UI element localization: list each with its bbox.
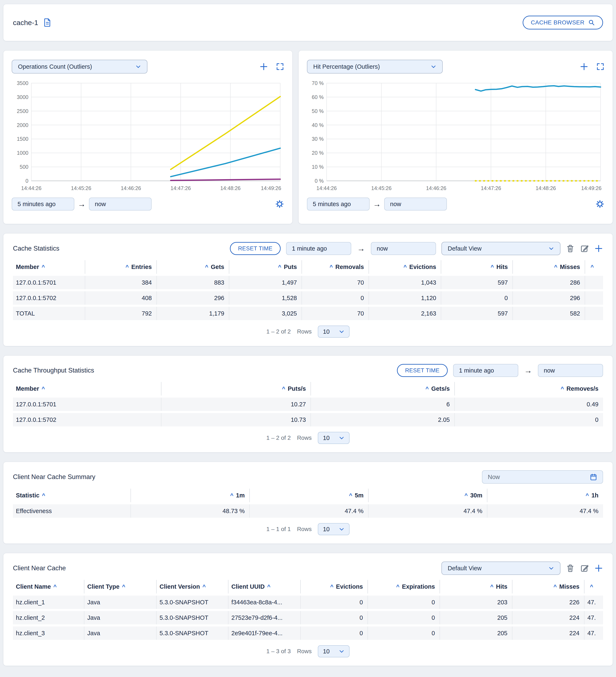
time-from-input[interactable]: 5 minutes ago <box>12 197 74 211</box>
sort-caret-icon: ^ <box>426 386 429 392</box>
column-header-evictions[interactable]: ^Evictions <box>301 580 368 593</box>
add-view-icon[interactable] <box>594 244 603 253</box>
cell: Effectiveness <box>13 504 131 518</box>
time-from-value: 5 minutes ago <box>313 201 351 208</box>
cell: 224 <box>513 627 584 640</box>
column-header-client-name[interactable]: Client Name^ <box>13 580 84 593</box>
column-header-removes-s[interactable]: ^Removes/s <box>455 382 603 396</box>
column-header-statistic[interactable]: Statistic^ <box>13 489 131 502</box>
cache-browser-button[interactable]: CACHE BROWSER <box>523 16 603 30</box>
time-from-input[interactable]: 1 minute ago <box>286 242 351 255</box>
column-header-puts-s[interactable]: ^Puts/s <box>162 382 311 396</box>
section-title: Client Near Cache Summary <box>13 473 95 481</box>
time-to-input[interactable]: now <box>384 197 447 211</box>
rows-per-page-select[interactable]: 10 <box>318 523 350 535</box>
rows-per-page-value: 10 <box>323 435 329 442</box>
delete-view-icon[interactable] <box>566 244 575 253</box>
fullscreen-icon[interactable] <box>276 63 284 71</box>
column-header-member[interactable]: Member^ <box>13 382 162 396</box>
sort-caret-icon: ^ <box>490 264 494 270</box>
cache-statistics-card: Cache Statistics RESET TIME 1 minute ago… <box>3 233 613 346</box>
view-selector-value: Default View <box>448 565 482 572</box>
column-header-truncated[interactable]: ^ <box>584 580 603 593</box>
arrow-right-icon: → <box>357 244 365 253</box>
column-header-evictions[interactable]: ^Evictions <box>369 260 441 274</box>
time-to-input[interactable]: now <box>538 364 603 377</box>
rows-per-page-select[interactable]: 10 <box>318 645 350 658</box>
view-selector-value: Default View <box>448 245 482 252</box>
gear-icon[interactable] <box>275 199 284 209</box>
reset-time-button[interactable]: RESET TIME <box>397 364 448 377</box>
column-header-puts[interactable]: ^Puts <box>229 260 302 274</box>
column-header-5m[interactable]: ^5m <box>250 489 368 502</box>
section-title: Cache Throughput Statistics <box>13 367 94 374</box>
metric-selector[interactable]: Hit Percentage (Outliers) <box>307 60 443 74</box>
metric-selector[interactable]: Operations Count (Outliers) <box>12 60 147 74</box>
column-header-gets[interactable]: ^Gets <box>157 260 229 274</box>
cell: 127.0.0.1:5701 <box>13 276 85 289</box>
cell: 0 <box>301 627 368 640</box>
column-header-truncated[interactable]: ^ <box>585 260 603 274</box>
delete-view-icon[interactable] <box>566 564 575 573</box>
column-header-1m[interactable]: ^1m <box>131 489 250 502</box>
gear-icon[interactable] <box>596 199 604 209</box>
cell: 0.49 <box>455 398 603 411</box>
cell: 127.0.0.1:5702 <box>13 413 162 426</box>
column-header-misses[interactable]: ^Misses <box>513 580 584 593</box>
column-header-30m[interactable]: ^30m <box>368 489 487 502</box>
table-row: 127.0.0.1:570110.2760.49 <box>13 398 603 411</box>
fullscreen-icon[interactable] <box>597 63 604 71</box>
chevron-down-icon <box>339 329 345 334</box>
sort-caret-icon: ^ <box>590 264 594 270</box>
add-chart-icon[interactable] <box>259 62 268 71</box>
svg-text:14:48:26: 14:48:26 <box>220 185 240 191</box>
svg-text:0: 0 <box>26 178 29 184</box>
cell: 226 <box>513 595 584 609</box>
view-selector[interactable]: Default View <box>441 242 561 255</box>
sort-caret-icon: ^ <box>278 264 281 270</box>
add-chart-icon[interactable] <box>580 62 588 71</box>
column-header-entries[interactable]: ^Entries <box>85 260 157 274</box>
time-to-input[interactable]: now <box>89 197 151 211</box>
time-from-input[interactable]: 5 minutes ago <box>307 197 369 211</box>
column-header-removals[interactable]: ^Removals <box>302 260 369 274</box>
sort-caret-icon: ^ <box>561 386 564 392</box>
rows-per-page-select[interactable]: 10 <box>318 325 350 338</box>
time-point-input[interactable]: Now <box>482 470 603 484</box>
column-header-misses[interactable]: ^Misses <box>513 260 585 274</box>
cell: 70 <box>302 276 369 289</box>
cell: 127.0.0.1:5701 <box>13 398 162 411</box>
time-to-value: now <box>377 245 388 252</box>
view-selector[interactable]: Default View <box>441 561 561 575</box>
data-table: Statistic^^1m^5m^30m^1hEffectiveness48.7… <box>13 487 603 520</box>
column-header-client-type[interactable]: Client Type^ <box>84 580 157 593</box>
reset-time-button[interactable]: RESET TIME <box>230 242 281 255</box>
add-view-icon[interactable] <box>594 564 603 573</box>
column-header-client-version[interactable]: Client Version^ <box>157 580 228 593</box>
time-to-input[interactable]: now <box>371 242 436 255</box>
column-header-gets-s[interactable]: ^Gets/s <box>311 382 455 396</box>
svg-text:70 %: 70 % <box>312 80 324 86</box>
document-icon[interactable] <box>43 18 52 27</box>
time-from-input[interactable]: 1 minute ago <box>453 364 518 377</box>
cache-statistics-table: Member^^Entries^Gets^Puts^Removals^Evict… <box>13 258 603 322</box>
column-header-expirations[interactable]: ^Expirations <box>368 580 440 593</box>
sort-caret-icon: ^ <box>267 584 271 590</box>
rows-per-page-select[interactable]: 10 <box>318 432 350 444</box>
edit-view-icon[interactable] <box>580 244 589 253</box>
column-header-hits[interactable]: ^Hits <box>441 260 513 274</box>
arrow-right-icon: → <box>78 199 86 209</box>
table-row: TOTAL7921,1793,025702,163597582 <box>13 307 603 320</box>
cell: Java <box>84 627 157 640</box>
column-header-client-uuid[interactable]: Client UUID^ <box>228 580 301 593</box>
column-header-1h[interactable]: ^1h <box>487 489 603 502</box>
column-header-member[interactable]: Member^ <box>13 260 85 274</box>
svg-text:30 %: 30 % <box>312 136 324 142</box>
sort-caret-icon: ^ <box>42 492 45 499</box>
edit-view-icon[interactable] <box>580 564 589 573</box>
cell: 48.73 % <box>131 504 250 518</box>
cell: 0 <box>368 595 440 609</box>
sort-caret-icon: ^ <box>329 264 333 270</box>
calendar-icon[interactable] <box>590 473 597 481</box>
column-header-hits[interactable]: ^Hits <box>440 580 513 593</box>
